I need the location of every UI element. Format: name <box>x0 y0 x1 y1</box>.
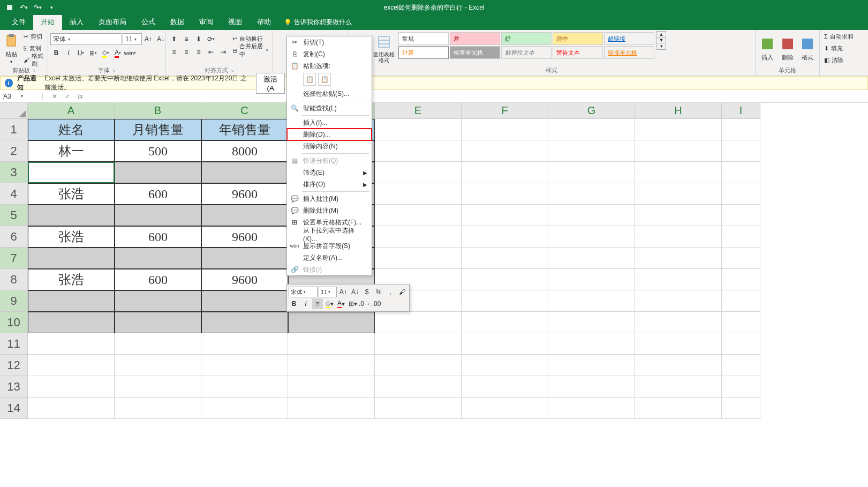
increase-font-button[interactable]: A↑ <box>142 33 154 45</box>
cell-C10[interactable] <box>201 312 288 333</box>
cm-insert-comment[interactable]: 💬插入批注(M) <box>287 193 372 205</box>
tab-home[interactable]: 开始 <box>33 14 62 30</box>
gallery-expand-button[interactable]: ▾ <box>657 43 666 49</box>
font-size-select[interactable]: 11▾ <box>123 33 142 45</box>
cell-A7[interactable] <box>28 248 115 269</box>
cell-F7[interactable] <box>462 248 548 269</box>
mini-format-painter[interactable]: 🖌 <box>397 287 407 297</box>
cell-B12[interactable] <box>115 355 201 376</box>
cell-C14[interactable] <box>201 398 288 419</box>
cell-F2[interactable] <box>462 140 548 162</box>
cell-I2[interactable] <box>722 140 760 162</box>
cm-cut[interactable]: ✂剪切(T) <box>287 36 372 48</box>
phonetic-button[interactable]: wén▾ <box>124 47 136 59</box>
cell-B4[interactable]: 600 <box>115 183 201 205</box>
cell-A2[interactable]: 林一 <box>28 140 115 162</box>
cell-B6[interactable]: 600 <box>115 226 201 248</box>
cell-G12[interactable] <box>548 355 635 376</box>
align-top-button[interactable]: ⬆ <box>168 33 180 45</box>
mini-font-select[interactable]: 宋体▾ <box>289 287 318 297</box>
cell-G1[interactable] <box>548 119 635 140</box>
cell-A12[interactable] <box>28 355 115 376</box>
font-color-button[interactable]: A▾ <box>112 47 124 59</box>
cell-I4[interactable] <box>722 183 760 205</box>
cell-B7[interactable] <box>115 248 201 269</box>
tab-view[interactable]: 视图 <box>221 14 250 30</box>
cell-I3[interactable] <box>722 162 760 183</box>
cell-E12[interactable] <box>375 355 462 376</box>
cell-C2[interactable]: 8000 <box>201 140 288 162</box>
cell-F12[interactable] <box>462 355 548 376</box>
italic-button[interactable]: I <box>63 47 74 59</box>
style-explain[interactable]: 解释性文本 <box>501 46 552 59</box>
cell-I5[interactable] <box>722 205 760 226</box>
cell-A3[interactable] <box>28 162 115 183</box>
cm-sort[interactable]: 排序(O)▶ <box>287 178 372 190</box>
cell-H4[interactable] <box>635 183 722 205</box>
cell-I13[interactable] <box>722 376 760 398</box>
mini-comma[interactable]: , <box>385 287 396 297</box>
cell-E13[interactable] <box>375 376 462 398</box>
cell-H12[interactable] <box>635 355 722 376</box>
cell-A11[interactable] <box>28 333 115 355</box>
cm-filter[interactable]: 筛选(E)▶ <box>287 167 372 178</box>
cell-E2[interactable] <box>375 140 462 162</box>
cell-B2[interactable]: 500 <box>115 140 201 162</box>
cell-A5[interactable] <box>28 205 115 226</box>
align-right-button[interactable]: ≡ <box>193 46 205 58</box>
cell-F6[interactable] <box>462 226 548 248</box>
cell-E1[interactable] <box>375 119 462 140</box>
save-button[interactable] <box>3 1 16 14</box>
mini-italic[interactable]: I <box>300 298 311 309</box>
cell-C9[interactable] <box>201 290 288 312</box>
cell-styles-gallery[interactable]: 常规 差 好 适中 超链接 计算 检查单元格 解释性文本 警告文本 链接单元格 <box>397 31 655 60</box>
row-header-6[interactable]: 6 <box>0 226 28 248</box>
mini-border[interactable]: ⊞▾ <box>348 298 358 309</box>
cell-I7[interactable] <box>722 248 760 269</box>
scroll-down-button[interactable]: ▼ <box>657 38 666 43</box>
cell-C11[interactable] <box>201 333 288 355</box>
cell-F8[interactable] <box>462 269 548 290</box>
cell-H13[interactable] <box>635 376 722 398</box>
cell-I8[interactable] <box>722 269 760 290</box>
cell-G9[interactable] <box>548 290 635 312</box>
cell-B13[interactable] <box>115 376 201 398</box>
border-button[interactable]: ⊞▾ <box>87 47 99 59</box>
row-header-7[interactable]: 7 <box>0 248 28 269</box>
cell-A13[interactable] <box>28 376 115 398</box>
cm-dropdown[interactable]: 从下拉列表中选择(K)... <box>287 228 372 240</box>
cell-I14[interactable] <box>722 398 760 419</box>
merge-center-button[interactable]: ⊟合并后居中▾ <box>230 45 270 56</box>
underline-button[interactable]: U▾ <box>75 47 87 59</box>
cell-C13[interactable] <box>201 376 288 398</box>
format-painter-button[interactable]: 🖌格式刷 <box>21 55 46 65</box>
scroll-up-button[interactable]: ▲ <box>657 32 666 38</box>
tab-help[interactable]: 帮助 <box>250 14 278 30</box>
row-header-13[interactable]: 13 <box>0 376 28 398</box>
cell-G3[interactable] <box>548 162 635 183</box>
cell-A6[interactable]: 张浩 <box>28 226 115 248</box>
paste-button[interactable]: 粘贴 ▾ <box>2 31 20 65</box>
cell-C1[interactable]: 年销售量 <box>201 119 288 140</box>
name-box[interactable]: A3▾ <box>0 93 43 100</box>
tab-formula[interactable]: 公式 <box>134 14 163 30</box>
row-header-12[interactable]: 12 <box>0 355 28 376</box>
mini-fill-color[interactable]: ◇▾ <box>324 298 335 309</box>
align-center-button[interactable]: ≡ <box>180 46 192 58</box>
paste-values[interactable]: 📋 <box>318 73 331 86</box>
font-name-select[interactable]: 宋体▾ <box>50 33 122 45</box>
align-middle-button[interactable]: ≡ <box>180 33 192 45</box>
cell-B11[interactable] <box>115 333 201 355</box>
cell-G6[interactable] <box>548 226 635 248</box>
cell-B8[interactable]: 600 <box>115 269 201 290</box>
cell-E4[interactable] <box>375 183 462 205</box>
fill-color-button[interactable]: ◇▾ <box>100 47 111 59</box>
style-bad[interactable]: 差 <box>450 32 500 45</box>
col-header-E[interactable]: E <box>375 103 462 119</box>
decrease-font-button[interactable]: A↓ <box>155 33 167 45</box>
tab-layout[interactable]: 页面布局 <box>91 14 134 30</box>
undo-button[interactable]: ↶▾ <box>17 1 30 14</box>
accept-formula-button[interactable]: ✓ <box>61 91 74 102</box>
cell-B1[interactable]: 月销售量 <box>115 119 201 140</box>
col-header-H[interactable]: H <box>635 103 722 119</box>
